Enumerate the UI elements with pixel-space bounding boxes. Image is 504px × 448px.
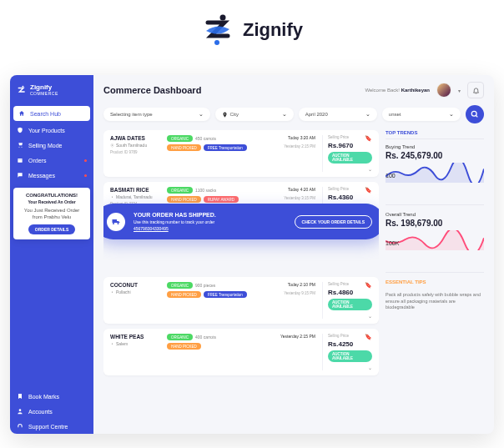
sidebar: ZignifyCOMMERCE Search Hub Your Products… (10, 75, 93, 434)
product-location: South Tamilnadu (110, 143, 160, 148)
badge-handpicked: HAND PICKED (167, 343, 201, 350)
product-price: Rs.9670 (328, 142, 353, 149)
chevron-down-icon: ⌄ (199, 111, 204, 118)
product-card[interactable]: WHITE PEAS Salem ORGANIC400 carrots HAND… (103, 329, 379, 375)
sidebar-logo: ZignifyCOMMERCE (10, 75, 93, 104)
badge-transport: FREE Transportation (204, 291, 247, 298)
bell-icon (472, 87, 480, 94)
filter-bar: Selecting item type⌄ City ⌄ April 2020⌄ … (93, 105, 494, 130)
welcome-text: Welcome Back! Karthikeyan (365, 88, 430, 93)
filter-view[interactable]: unset⌄ (382, 108, 461, 121)
zignify-mark-icon (201, 13, 236, 48)
message-icon (17, 172, 23, 179)
product-name: WHITE PEAS (110, 334, 160, 340)
sidebar-item-orders[interactable]: Orders (10, 153, 93, 168)
shipped-title: YOUR ORDER HAS SHIPPED. (134, 212, 286, 218)
box-icon (17, 157, 23, 164)
chevron-down-icon[interactable]: ⌄ (368, 313, 372, 319)
search-button[interactable] (466, 105, 484, 123)
filter-month[interactable]: April 2020⌄ (299, 108, 377, 121)
sidebar-item-label: Book Marks (28, 394, 59, 400)
product-name: BASMATI RICE (110, 187, 160, 193)
home-icon (18, 110, 25, 117)
auction-badge: AUCTION AVAILABLE (328, 152, 372, 164)
sidebar-item-products[interactable]: Your Products (10, 123, 93, 138)
bookmark-icon[interactable]: 🔖 (365, 282, 372, 289)
filter-item-type[interactable]: Selecting item type⌄ (103, 108, 210, 121)
header: Commerce Dashboard Welcome Back! Karthik… (93, 75, 494, 105)
pin-icon (110, 143, 114, 148)
product-name: COCONUT (110, 282, 160, 288)
sidebar-item-label: Search Hub (30, 111, 61, 117)
chevron-down-icon[interactable]: ⌄ (368, 365, 372, 370)
pin-icon (110, 195, 114, 199)
svg-point-5 (471, 111, 476, 116)
page-title: Commerce Dashboard (103, 85, 358, 95)
overall-trend: Overall Trend Rs. 198,679.00 100K (386, 212, 484, 265)
order-details-button[interactable]: ORDER DETAILS (28, 224, 75, 234)
sidebar-item-search-hub[interactable]: Search Hub (13, 106, 90, 121)
search-icon (471, 110, 479, 118)
product-location: Pollachi (110, 289, 160, 294)
sidebar-item-accounts[interactable]: Accounts (10, 404, 93, 419)
badge-organic: ORGANIC (167, 187, 193, 194)
cart-icon (17, 142, 23, 148)
badge-transport: FREE Transportation (204, 144, 247, 151)
sidebar-item-bookmarks[interactable]: Book Marks (10, 389, 93, 404)
badge-organic: ORGANIC (167, 334, 193, 340)
buying-trend-value: Rs. 245,679.00 (386, 151, 484, 160)
product-location: Madurai, Tamilnadu (110, 194, 160, 199)
shipped-banner: YOUR ORDER HAS SHIPPED. Use this trackin… (103, 204, 379, 239)
bookmark-icon (17, 393, 23, 400)
chevron-down-icon: ⌄ (365, 111, 370, 118)
badge-handpicked: HAND PICKED (167, 144, 201, 151)
chevron-down-icon: ⌄ (449, 111, 454, 118)
check-order-button[interactable]: CHECK YOUR ORDER DETAILS (295, 215, 372, 229)
congrats-body: You Just Received Order from Prabhu Velu (18, 208, 85, 221)
app-window: ZignifyCOMMERCE Search Hub Your Products… (10, 75, 494, 434)
tips-body: Pack all products safely with bubble wra… (386, 292, 484, 311)
sidebar-item-label: Selling Mode (28, 143, 62, 148)
truck-icon (107, 213, 125, 231)
product-list: AJWA DATES South Tamilnadu Product ID 97… (103, 130, 379, 434)
chevron-down-icon: ⌄ (282, 111, 287, 118)
congrats-title: CONGRATULATIONS! (18, 193, 85, 198)
svg-point-4 (19, 409, 22, 411)
buying-trend-chart (386, 163, 484, 183)
product-name: AJWA DATES (110, 135, 160, 141)
sidebar-item-label: Support Centre (28, 424, 68, 430)
chevron-down-icon[interactable]: ⌄ (368, 166, 372, 172)
sidebar-item-label: Orders (28, 158, 46, 164)
location-icon (222, 112, 228, 118)
sidebar-item-label: Accounts (28, 409, 53, 415)
notifications-button[interactable] (467, 82, 484, 98)
bookmark-icon[interactable]: 🔖 (365, 135, 372, 142)
brand-name: Zignify (243, 19, 303, 41)
bookmark-icon[interactable]: 🔖 (365, 187, 372, 194)
badge-handpicked: HAND PICKED (167, 196, 201, 203)
chevron-down-icon[interactable]: ▾ (458, 88, 461, 93)
avatar[interactable] (436, 83, 451, 98)
overall-trend-chart (386, 230, 484, 250)
product-card[interactable]: AJWA DATES South Tamilnadu Product ID 97… (103, 130, 379, 177)
svg-point-9 (112, 343, 113, 344)
badge-organic: ORGANIC (167, 282, 193, 289)
pin-icon (110, 342, 114, 346)
bookmark-icon[interactable]: 🔖 (365, 334, 372, 340)
notification-dot (84, 174, 87, 177)
svg-point-0 (219, 15, 225, 21)
sidebar-item-selling[interactable]: Selling Mode (10, 138, 93, 153)
badge-award: RUPAY AWARD (204, 196, 239, 203)
product-price: Rs.4860 (328, 289, 353, 296)
brand-logo-top: Zignify (0, 0, 504, 56)
filter-city[interactable]: City ⌄ (215, 108, 294, 121)
svg-point-2 (22, 85, 23, 87)
product-card[interactable]: COCONUT Pollachi ORGANIC900 pieces HAND … (103, 277, 379, 324)
svg-point-6 (112, 144, 113, 145)
sidebar-item-messages[interactable]: Messages (10, 168, 93, 183)
buying-trend: Buying Trend Rs. 245,679.00 100 (386, 144, 484, 198)
sidebar-item-support[interactable]: Support Centre (10, 419, 93, 434)
overall-trend-value: Rs. 198,679.00 (386, 219, 484, 228)
auction-badge: AUCTION AVAILABLE (328, 350, 372, 362)
tracking-number[interactable]: 456798304330495 (134, 226, 286, 231)
